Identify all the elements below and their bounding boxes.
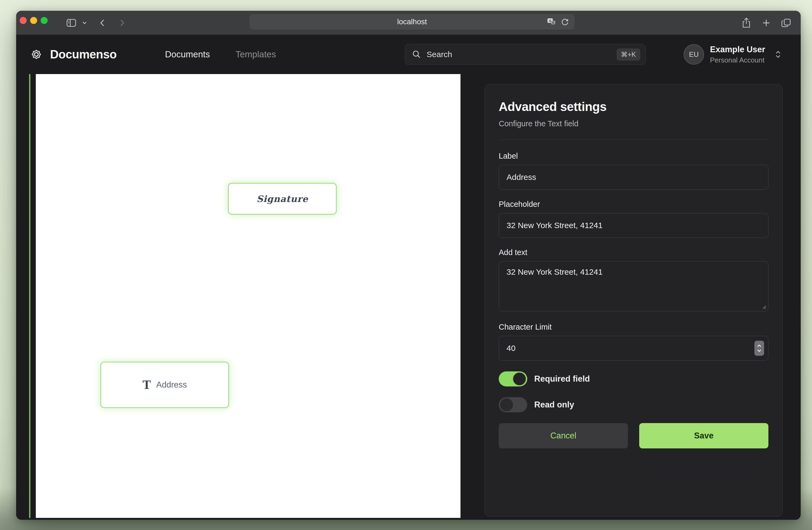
user-menu[interactable]: EU Example User Personal Account xyxy=(684,35,782,73)
avatar-initials: EU xyxy=(689,50,699,59)
brand-name: Documenso xyxy=(50,48,117,61)
translate-icon[interactable]: A 文 xyxy=(547,17,556,26)
search-shortcut-badge: ⌘+K xyxy=(617,48,640,60)
text-field-box[interactable]: T Address xyxy=(100,362,229,408)
window-controls xyxy=(20,17,48,24)
placeholder-field-label: Placeholder xyxy=(499,200,768,209)
text-field-label: Address xyxy=(156,380,187,390)
browser-window: localhost A 文 xyxy=(16,11,801,520)
new-tab-icon[interactable] xyxy=(761,11,771,35)
panel-subtitle: Configure the Text field xyxy=(499,119,768,128)
advanced-settings-panel: Advanced settings Configure the Text fie… xyxy=(484,84,783,517)
search-placeholder: Search xyxy=(426,50,617,59)
brand[interactable]: Documenso xyxy=(29,35,117,73)
document-edge-indicator xyxy=(29,74,30,518)
panel-title: Advanced settings xyxy=(499,99,768,114)
required-field-toggle-label: Required field xyxy=(534,374,590,384)
label-field-label: Label xyxy=(499,152,768,161)
chevron-up-down-icon xyxy=(774,50,782,59)
toggle-knob xyxy=(513,373,526,386)
search-input[interactable]: Search ⌘+K xyxy=(405,44,646,65)
browser-toolbar: localhost A 文 xyxy=(16,11,801,35)
signature-field-label: Signature xyxy=(257,194,308,204)
read-only-toggle-label: Read only xyxy=(534,400,574,409)
sidebar-icon[interactable] xyxy=(66,11,77,35)
user-account-type: Personal Account xyxy=(710,56,765,64)
svg-text:文: 文 xyxy=(552,21,555,24)
cancel-button[interactable]: Cancel xyxy=(499,423,628,448)
read-only-toggle[interactable] xyxy=(499,397,527,412)
nav-link-templates[interactable]: Templates xyxy=(235,35,276,73)
zoom-window-button[interactable] xyxy=(41,17,48,24)
close-window-button[interactable] xyxy=(20,17,27,24)
character-limit-input[interactable] xyxy=(499,336,768,361)
user-name: Example User xyxy=(710,45,765,54)
app-navbar: Documenso Documents Templates Search ⌘+K… xyxy=(16,35,801,73)
content-area: Signature T Address Advanced settings Co… xyxy=(16,73,801,520)
signature-field-box[interactable]: Signature xyxy=(228,183,337,215)
back-button[interactable] xyxy=(98,11,107,35)
forward-button[interactable] xyxy=(117,11,127,35)
tab-overview-icon[interactable] xyxy=(781,11,792,35)
label-input[interactable] xyxy=(499,165,768,190)
address-bar[interactable]: localhost A 文 xyxy=(250,14,574,29)
reload-icon[interactable] xyxy=(561,17,569,26)
toggle-knob xyxy=(500,398,513,411)
url-text: localhost xyxy=(397,17,427,26)
documenso-logo-icon xyxy=(29,47,44,62)
required-field-toggle[interactable] xyxy=(499,372,527,387)
share-icon[interactable] xyxy=(741,11,752,35)
search-icon xyxy=(412,50,421,59)
minimize-window-button[interactable] xyxy=(30,17,37,24)
character-limit-field-label: Character Limit xyxy=(499,323,768,332)
nav-link-documents[interactable]: Documents xyxy=(165,35,210,73)
sidebar-chevron-down-icon[interactable] xyxy=(82,11,87,35)
avatar: EU xyxy=(684,44,704,65)
save-button[interactable]: Save xyxy=(639,423,768,448)
svg-text:A: A xyxy=(549,19,551,23)
placeholder-input[interactable] xyxy=(499,213,768,238)
text-field-type-icon: T xyxy=(143,379,151,391)
add-text-textarea[interactable]: 32 New York Street, 41241 xyxy=(499,261,768,311)
document-page xyxy=(36,74,461,518)
resize-grip-icon[interactable] xyxy=(762,304,766,309)
add-text-field-label: Add text xyxy=(499,248,768,257)
number-stepper[interactable] xyxy=(754,341,764,356)
